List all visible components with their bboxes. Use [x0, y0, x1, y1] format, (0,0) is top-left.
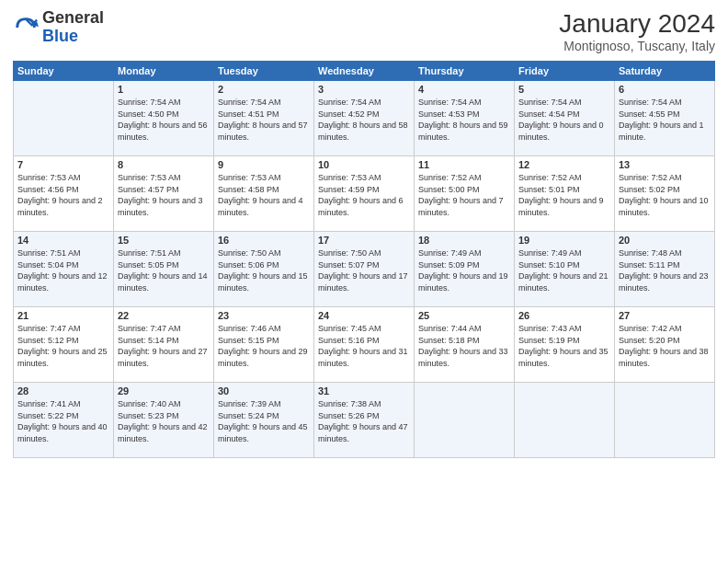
header-row: Sunday Monday Tuesday Wednesday Thursday… [14, 62, 715, 81]
table-row: 6 Sunrise: 7:54 AM Sunset: 4:55 PM Dayli… [615, 81, 715, 156]
day-number: 6 [619, 84, 711, 95]
col-sunday: Sunday [14, 62, 114, 81]
day-info: Sunrise: 7:53 AM Sunset: 4:59 PM Dayligh… [318, 172, 410, 218]
sunset-info: Sunset: 5:05 PM [118, 259, 210, 271]
day-number: 31 [318, 385, 410, 396]
sunrise-info: Sunrise: 7:50 AM [318, 247, 410, 259]
day-info: Sunrise: 7:44 AM Sunset: 5:18 PM Dayligh… [418, 323, 510, 369]
day-info: Sunrise: 7:41 AM Sunset: 5:22 PM Dayligh… [17, 398, 109, 444]
table-row: 29 Sunrise: 7:40 AM Sunset: 5:23 PM Dayl… [114, 383, 214, 458]
calendar-body: 1 Sunrise: 7:54 AM Sunset: 4:50 PM Dayli… [14, 81, 715, 458]
day-number: 8 [118, 159, 210, 170]
day-info: Sunrise: 7:51 AM Sunset: 5:05 PM Dayligh… [118, 247, 210, 293]
day-info: Sunrise: 7:43 AM Sunset: 5:19 PM Dayligh… [518, 323, 610, 369]
table-row: 30 Sunrise: 7:39 AM Sunset: 5:24 PM Dayl… [214, 383, 314, 458]
col-thursday: Thursday [415, 62, 515, 81]
day-info: Sunrise: 7:54 AM Sunset: 4:52 PM Dayligh… [318, 97, 410, 143]
day-number: 19 [518, 235, 610, 246]
day-info: Sunrise: 7:50 AM Sunset: 5:06 PM Dayligh… [218, 247, 310, 293]
day-info: Sunrise: 7:53 AM Sunset: 4:58 PM Dayligh… [218, 172, 310, 218]
calendar-week-row: 7 Sunrise: 7:53 AM Sunset: 4:56 PM Dayli… [14, 156, 715, 232]
table-row: 4 Sunrise: 7:54 AM Sunset: 4:53 PM Dayli… [415, 81, 515, 156]
calendar-table: Sunday Monday Tuesday Wednesday Thursday… [13, 61, 715, 458]
sunset-info: Sunset: 4:58 PM [218, 184, 310, 196]
col-saturday: Saturday [615, 62, 715, 81]
daylight-info: Daylight: 9 hours and 14 minutes. [118, 270, 210, 293]
daylight-info: Daylight: 9 hours and 33 minutes. [418, 346, 510, 369]
day-number: 4 [418, 84, 510, 95]
table-row: 20 Sunrise: 7:48 AM Sunset: 5:11 PM Dayl… [615, 232, 715, 307]
table-row: 26 Sunrise: 7:43 AM Sunset: 5:19 PM Dayl… [515, 307, 615, 383]
col-monday: Monday [114, 62, 214, 81]
daylight-info: Daylight: 9 hours and 7 minutes. [418, 195, 510, 218]
day-number: 26 [518, 310, 610, 321]
sunset-info: Sunset: 5:04 PM [17, 259, 109, 271]
daylight-info: Daylight: 8 hours and 58 minutes. [318, 120, 410, 143]
sunrise-info: Sunrise: 7:51 AM [118, 247, 210, 259]
daylight-info: Daylight: 9 hours and 0 minutes. [518, 120, 610, 143]
day-info: Sunrise: 7:50 AM Sunset: 5:07 PM Dayligh… [318, 247, 410, 293]
daylight-info: Daylight: 9 hours and 31 minutes. [318, 346, 410, 369]
table-row: 28 Sunrise: 7:41 AM Sunset: 5:22 PM Dayl… [14, 383, 114, 458]
sunset-info: Sunset: 5:10 PM [518, 259, 610, 271]
table-row: 9 Sunrise: 7:53 AM Sunset: 4:58 PM Dayli… [214, 156, 314, 232]
day-number: 28 [17, 385, 109, 396]
logo-text: General Blue [42, 9, 104, 46]
sunset-info: Sunset: 5:15 PM [218, 335, 310, 347]
table-row: 17 Sunrise: 7:50 AM Sunset: 5:07 PM Dayl… [314, 232, 415, 307]
sunset-info: Sunset: 5:16 PM [318, 335, 410, 347]
day-number: 12 [518, 159, 610, 170]
sunset-info: Sunset: 4:51 PM [218, 109, 310, 121]
sunrise-info: Sunrise: 7:47 AM [17, 323, 109, 335]
table-row: 10 Sunrise: 7:53 AM Sunset: 4:59 PM Dayl… [314, 156, 415, 232]
daylight-info: Daylight: 9 hours and 25 minutes. [17, 346, 109, 369]
day-number: 1 [118, 84, 210, 95]
sunset-info: Sunset: 5:22 PM [17, 410, 109, 422]
day-info: Sunrise: 7:54 AM Sunset: 4:51 PM Dayligh… [218, 97, 310, 143]
table-row: 8 Sunrise: 7:53 AM Sunset: 4:57 PM Dayli… [114, 156, 214, 232]
day-info: Sunrise: 7:52 AM Sunset: 5:02 PM Dayligh… [619, 172, 711, 218]
day-info: Sunrise: 7:54 AM Sunset: 4:55 PM Dayligh… [619, 97, 711, 143]
sunset-info: Sunset: 5:00 PM [418, 184, 510, 196]
table-row: 27 Sunrise: 7:42 AM Sunset: 5:20 PM Dayl… [615, 307, 715, 383]
sunrise-info: Sunrise: 7:54 AM [318, 97, 410, 109]
logo: General Blue [13, 9, 104, 46]
daylight-info: Daylight: 9 hours and 1 minute. [619, 120, 711, 143]
header: General Blue January 2024 Montignoso, Tu… [13, 9, 715, 53]
day-info: Sunrise: 7:54 AM Sunset: 4:54 PM Dayligh… [518, 97, 610, 143]
sunrise-info: Sunrise: 7:49 AM [518, 247, 610, 259]
daylight-info: Daylight: 8 hours and 56 minutes. [118, 120, 210, 143]
daylight-info: Daylight: 9 hours and 27 minutes. [118, 346, 210, 369]
sunrise-info: Sunrise: 7:53 AM [118, 172, 210, 184]
sunrise-info: Sunrise: 7:54 AM [518, 97, 610, 109]
table-row: 2 Sunrise: 7:54 AM Sunset: 4:51 PM Dayli… [214, 81, 314, 156]
sunrise-info: Sunrise: 7:54 AM [118, 97, 210, 109]
logo-general: General [42, 9, 104, 28]
sunset-info: Sunset: 4:59 PM [318, 184, 410, 196]
calendar-week-row: 1 Sunrise: 7:54 AM Sunset: 4:50 PM Dayli… [14, 81, 715, 156]
day-number: 3 [318, 84, 410, 95]
daylight-info: Daylight: 9 hours and 12 minutes. [17, 270, 109, 293]
daylight-info: Daylight: 9 hours and 29 minutes. [218, 346, 310, 369]
sunset-info: Sunset: 5:06 PM [218, 259, 310, 271]
table-row [415, 383, 515, 458]
sunset-info: Sunset: 5:18 PM [418, 335, 510, 347]
table-row: 19 Sunrise: 7:49 AM Sunset: 5:10 PM Dayl… [515, 232, 615, 307]
day-info: Sunrise: 7:47 AM Sunset: 5:12 PM Dayligh… [17, 323, 109, 369]
table-row: 23 Sunrise: 7:46 AM Sunset: 5:15 PM Dayl… [214, 307, 314, 383]
day-number: 5 [518, 84, 610, 95]
daylight-info: Daylight: 9 hours and 42 minutes. [118, 421, 210, 444]
day-number: 15 [118, 235, 210, 246]
sunrise-info: Sunrise: 7:54 AM [418, 97, 510, 109]
daylight-info: Daylight: 9 hours and 19 minutes. [418, 270, 510, 293]
calendar-week-row: 21 Sunrise: 7:47 AM Sunset: 5:12 PM Dayl… [14, 307, 715, 383]
sunset-info: Sunset: 5:09 PM [418, 259, 510, 271]
day-number: 23 [218, 310, 310, 321]
table-row [14, 81, 114, 156]
day-number: 27 [619, 310, 711, 321]
calendar-header: Sunday Monday Tuesday Wednesday Thursday… [14, 62, 715, 81]
sunset-info: Sunset: 4:55 PM [619, 109, 711, 121]
day-number: 14 [17, 235, 109, 246]
daylight-info: Daylight: 9 hours and 17 minutes. [318, 270, 410, 293]
day-number: 22 [118, 310, 210, 321]
